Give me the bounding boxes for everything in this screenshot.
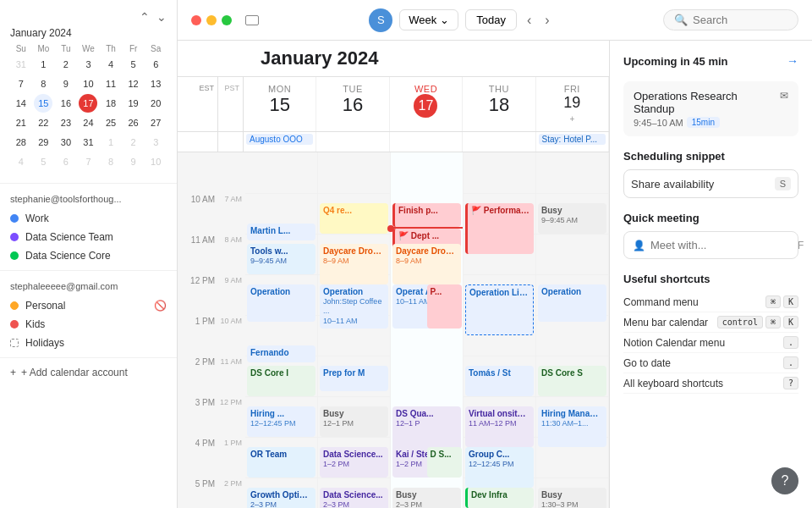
mini-cal-day-10[interactable]: 10 — [79, 75, 97, 93]
layout-toggle[interactable] — [245, 15, 259, 25]
mini-cal-day-28[interactable]: 28 — [12, 133, 30, 152]
mini-cal-day-18[interactable]: 18 — [102, 94, 120, 113]
add-event-fri-icon[interactable]: + — [569, 114, 574, 124]
event-finish[interactable]: Finish p... — [392, 203, 461, 227]
mini-cal-day-2[interactable]: 2 — [124, 133, 143, 152]
event-operation-mon[interactable]: Operation — [247, 284, 315, 322]
event-ds-core-mon[interactable]: DS Core I — [247, 366, 315, 396]
mini-cal-day-30[interactable]: 30 — [57, 133, 75, 152]
event-perf-review[interactable]: 🚩 Performance review talks — [465, 203, 534, 254]
event-ds-core-fri[interactable]: DS Core S — [538, 366, 606, 396]
mini-cal-day-2[interactable]: 2 — [57, 55, 75, 74]
calendar-data-science-core[interactable]: Data Science Core — [0, 246, 177, 265]
mini-cal-day-20[interactable]: 20 — [146, 94, 165, 113]
minimize-button[interactable] — [206, 15, 217, 25]
mini-cal-day-15[interactable]: 15 — [34, 94, 52, 113]
event-martin[interactable]: Martin L... — [247, 224, 315, 240]
mini-cal-day-5[interactable]: 5 — [124, 55, 143, 74]
event-p-small[interactable]: P... — [427, 284, 463, 329]
close-button[interactable] — [191, 15, 201, 25]
mini-cal-day-16[interactable]: 16 — [57, 94, 75, 113]
event-hiring-fri[interactable]: Hiring Manage... 11:30 AM–1... — [538, 406, 606, 447]
today-button[interactable]: Today — [465, 9, 517, 30]
mini-cal-day-27[interactable]: 27 — [146, 113, 165, 132]
calendar-scroll[interactable]: 10 AM 11 AM 12 PM 1 PM 2 PM 3 PM 4 PM 5 … — [178, 152, 609, 508]
day-header-mon[interactable]: Mon 15 — [244, 77, 316, 131]
calendar-holidays[interactable]: Holidays — [0, 334, 177, 352]
event-fernando[interactable]: Fernando — [247, 345, 315, 362]
event-operation-fri[interactable]: Operation — [538, 284, 606, 322]
share-availability-button[interactable]: Share availability S — [623, 169, 798, 198]
mini-cal-day-24[interactable]: 24 — [79, 113, 97, 132]
mini-cal-day-9[interactable]: 9 — [57, 75, 75, 93]
event-dev-infra[interactable]: Dev Infra — [465, 488, 534, 508]
mini-cal-day-4[interactable]: 4 — [12, 152, 30, 171]
mini-cal-day-26[interactable]: 26 — [124, 113, 143, 132]
hotel-stay-event[interactable]: Stay: Hotel P... — [539, 134, 606, 145]
mini-cal-day-6[interactable]: 6 — [146, 55, 165, 74]
week-selector[interactable]: Week ⌄ — [399, 9, 458, 30]
event-busy-wed[interactable]: Busy 2–3 PM — [392, 488, 461, 508]
event-operation-liam[interactable]: Operation Liam / Ste — [465, 284, 534, 335]
meet-with-input[interactable] — [650, 239, 793, 251]
mini-cal-day-8[interactable]: 8 — [102, 152, 120, 171]
maximize-button[interactable] — [222, 15, 232, 25]
augusto-event[interactable]: Augusto OOO — [246, 134, 313, 145]
mini-cal-day-1[interactable]: 1 — [102, 133, 120, 152]
day-header-wed[interactable]: Wed 17 — [390, 77, 463, 131]
day-header-thu[interactable]: Thu 18 — [463, 77, 535, 131]
mini-cal-day-8[interactable]: 8 — [34, 75, 52, 93]
event-busy-fri-2[interactable]: Busy 1:30–3 PM — [538, 488, 606, 508]
day-header-tue[interactable]: Tue 16 — [316, 77, 389, 131]
calendar-kids[interactable]: Kids — [0, 315, 177, 334]
upcoming-event-card[interactable]: Operations Research Standup ✉ 9:45–10 AM… — [623, 81, 798, 136]
event-operation-john[interactable]: Operation John:Step Coffee ... 10–11 AM — [320, 284, 388, 329]
mini-cal-day-6[interactable]: 6 — [57, 152, 75, 171]
event-prep[interactable]: Prep for M — [320, 366, 388, 391]
event-busy-tue-1[interactable]: Busy 12–1 PM — [320, 406, 388, 437]
mini-cal-day-13[interactable]: 13 — [146, 75, 165, 93]
mini-cal-day-7[interactable]: 7 — [79, 152, 97, 171]
day-header-fri[interactable]: Fri 19 + — [536, 77, 609, 131]
mini-cal-day-10[interactable]: 10 — [146, 152, 165, 171]
calendar-data-science[interactable]: Data Science Team — [0, 228, 177, 246]
event-data-science-tue-1[interactable]: Data Science... 1–2 PM — [320, 447, 388, 478]
mini-cal-day-5[interactable]: 5 — [34, 152, 52, 171]
event-busy-fri-1[interactable]: Busy 9–9:45 AM — [538, 203, 606, 234]
mini-cal-day-12[interactable]: 12 — [124, 75, 143, 93]
add-calendar-button[interactable]: + + Add calendar account — [0, 363, 177, 382]
event-data-science-tue-2[interactable]: Data Science... 2–3 PM — [320, 488, 388, 508]
event-growth-mon[interactable]: Growth Optimiz... 2–3 PM — [247, 488, 315, 508]
event-ds-small[interactable]: D S... — [427, 447, 463, 478]
calendar-personal[interactable]: Personal 🚫 — [0, 296, 177, 315]
mini-cal-day-22[interactable]: 22 — [34, 113, 52, 132]
event-daycare-tue[interactable]: Daycare Dropoff 8–9 AM — [320, 244, 388, 284]
event-daycare-wed[interactable]: Daycare Dropoff 8–9 AM — [392, 244, 461, 284]
mini-cal-day-1[interactable]: 1 — [34, 55, 52, 74]
search-input[interactable] — [693, 14, 787, 26]
mini-cal-day-3[interactable]: 3 — [79, 55, 97, 74]
mini-cal-day-31[interactable]: 31 — [79, 133, 97, 152]
mini-cal-day-7[interactable]: 7 — [12, 75, 30, 93]
mini-cal-day-21[interactable]: 21 — [12, 113, 30, 132]
search-box[interactable]: 🔍 — [663, 9, 798, 30]
event-tools[interactable]: Tools w... 9–9:45 AM — [247, 244, 315, 274]
upcoming-arrow[interactable]: → — [787, 54, 798, 68]
mini-cal-day-17[interactable]: 17 — [79, 94, 97, 113]
mini-cal-day-11[interactable]: 11 — [102, 75, 120, 93]
mini-cal-day-4[interactable]: 4 — [102, 55, 120, 74]
event-hiring-mon[interactable]: Hiring ... 12–12:45 PM — [247, 406, 315, 437]
expand-down-icon[interactable]: ⌄ — [156, 10, 167, 24]
event-tomas[interactable]: Tomás / St — [465, 366, 534, 396]
event-q4[interactable]: Q4 re... — [320, 203, 388, 234]
calendar-work[interactable]: Work — [0, 209, 177, 228]
mini-cal-day-31[interactable]: 31 — [12, 55, 30, 74]
mini-cal-day-9[interactable]: 9 — [124, 152, 143, 171]
next-week-button[interactable]: › — [541, 9, 552, 31]
event-or-team[interactable]: OR Team — [247, 447, 315, 478]
user-avatar[interactable]: S — [369, 8, 392, 32]
event-virtual-onsite[interactable]: Virtual onsite ... 11 AM–12 PM — [465, 406, 534, 447]
mini-cal-day-23[interactable]: 23 — [57, 113, 75, 132]
collapse-up-icon[interactable]: ⌃ — [140, 10, 150, 24]
mini-cal-day-25[interactable]: 25 — [102, 113, 120, 132]
